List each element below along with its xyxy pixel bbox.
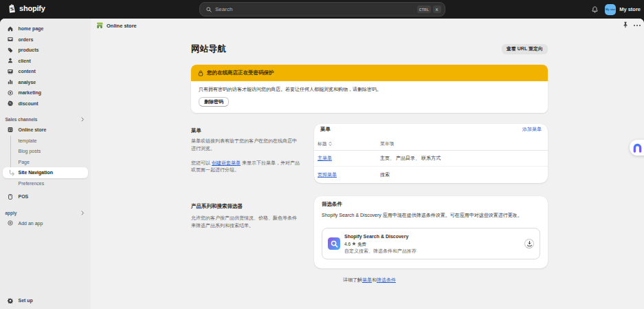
main-menu-link[interactable]: 主菜单	[318, 156, 332, 160]
content-header: Online store	[91, 19, 644, 34]
home-icon	[8, 26, 13, 32]
assistant-bubble[interactable]	[630, 140, 644, 156]
kbd-ctrl: CTRL	[417, 6, 431, 13]
install-app-button[interactable]	[524, 239, 534, 248]
plus-circle-icon	[8, 220, 13, 226]
pos-device-icon	[8, 194, 13, 200]
footer-menu-link[interactable]: 页脚菜单	[318, 172, 337, 177]
online-store-icon	[96, 22, 103, 29]
sidebar-item-online-store[interactable]: Online store	[3, 125, 88, 136]
filters-card: 筛选条件 Shopify Search & Discovery 应用中现在提供筛…	[314, 196, 548, 268]
shopify-bag-icon: S	[8, 3, 16, 13]
filters-card-heading: 筛选条件	[322, 201, 540, 208]
sidebar-item-template[interactable]: template	[3, 136, 88, 147]
notifications-bell-icon[interactable]	[592, 6, 598, 13]
menu-section-heading: 菜单	[191, 127, 301, 134]
search-discovery-app-icon	[328, 237, 340, 250]
page-column: 网站导航 查看 URL 重定向 您的在线商店正在受密码保护 只有拥有密码的访客才…	[191, 41, 548, 284]
storefront-icon	[8, 127, 13, 133]
remove-password-button[interactable]: 删除密码	[199, 97, 229, 107]
breadcrumb[interactable]: Online store	[96, 22, 137, 29]
sidebar-item-add-app[interactable]: Add an app	[3, 218, 88, 229]
app-name: Shopify Search & Discovery	[344, 233, 417, 239]
svg-text:S: S	[10, 6, 14, 12]
view-url-redirects-button[interactable]: 查看 URL 重定向	[502, 44, 548, 54]
sidebar-item-pos[interactable]: POS	[3, 191, 88, 202]
main-menu-items: 主页、 产品目录、 联系方式	[380, 155, 542, 162]
corner-arrow-icon	[10, 170, 16, 177]
filters-card-desc: Shopify Search & Discovery 应用中现在提供筛选条件设置…	[322, 212, 540, 219]
sidebar-item-blog-posts[interactable]: Blog posts	[3, 146, 88, 157]
add-menu-link[interactable]: 添加菜单	[522, 126, 542, 133]
sidebar-item-home[interactable]: home page	[3, 23, 88, 34]
banner-body: 只有拥有密码的访客才能访问您的商店。若要让任何人都能浏览和购物，请删除密码。 删…	[191, 81, 548, 113]
app-listing: Shopify Search & Discovery 4.6 免费 自定义搜索、…	[322, 228, 540, 259]
lock-icon	[198, 70, 203, 76]
app-desc: 自定义搜索、筛选条件和产品推荐	[344, 248, 417, 254]
sales-channels-header[interactable]: Sales channels	[3, 114, 88, 125]
sidebar-item-preferences[interactable]: Preferences	[3, 178, 88, 189]
learn-more-footer: 详细了解菜单和筛选条件	[191, 277, 548, 284]
menu-section-text: 菜单 菜单或链接列表有助于您的客户在您的在线商店中进行浏览。 您还可以 创建嵌套…	[191, 124, 301, 183]
banner-text: 只有拥有密码的访客才能访问您的商店。若要让任何人都能浏览和购物，请删除密码。	[199, 86, 540, 93]
sidebar-item-client[interactable]: client	[3, 56, 88, 67]
topbar-right-group: My stor My store	[592, 0, 641, 19]
banner-header: 您的在线商店正在受密码保护	[191, 65, 548, 81]
star-icon	[352, 242, 356, 246]
desc2-prefix: 您还可以	[191, 160, 212, 165]
shopify-logo[interactable]: S shopify	[8, 3, 45, 13]
column-title[interactable]: 标题	[318, 140, 327, 147]
table-row: 页脚菜单 搜索	[314, 167, 548, 182]
menu-section-desc2: 您还可以 创建嵌套菜单 来显示下拉菜单，并对产品或页面一起进行分组。	[191, 160, 301, 174]
media-icon	[8, 69, 13, 74]
sort-icon[interactable]	[329, 141, 332, 147]
at-target-icon	[8, 90, 13, 96]
menu-section-desc1: 菜单或链接列表有助于您的客户在您的在线商店中进行浏览。	[191, 138, 301, 152]
app-meta: 4.6 免费	[344, 241, 417, 247]
banner-title: 您的在线商店正在受密码保护	[207, 70, 274, 76]
table-cell-title: 页脚菜单	[318, 171, 380, 178]
sidebar-item-marketing[interactable]: marketing	[3, 87, 88, 98]
apps-header[interactable]: apply	[3, 208, 88, 218]
sortable-title-column[interactable]: 标题	[318, 140, 380, 147]
shopify-wordmark: shopify	[19, 4, 45, 12]
sidebar-item-products[interactable]: products	[3, 45, 88, 56]
sidebar-item-set-up[interactable]: Set up	[3, 295, 88, 306]
learn-filters-link[interactable]: 筛选条件	[377, 277, 396, 282]
sidebar-item-analyse[interactable]: analyse	[3, 77, 88, 88]
sidebar-item-content[interactable]: content	[3, 66, 88, 77]
create-nested-menu-link[interactable]: 创建嵌套菜单	[212, 160, 241, 165]
menu-card: 菜单 添加菜单 标题 菜单项 主菜单 主页、 产品目录、 联系方式	[314, 124, 548, 183]
menu-card-header: 菜单 添加菜单	[314, 124, 548, 133]
sidebar-item-site-navigation[interactable]: Site Navigation	[3, 167, 88, 178]
main-content: Online store 网站导航 查看 URL 重定向	[91, 19, 644, 309]
table-row: 主菜单 主页、 产品目录、 联系方式	[314, 151, 548, 167]
search-placeholder: Search	[215, 6, 417, 12]
sidebar-item-discount[interactable]: discount	[3, 98, 88, 109]
sidebar-item-page[interactable]: Page	[3, 157, 88, 168]
search-input[interactable]: Search CTRL K	[199, 2, 445, 17]
gear-icon	[8, 298, 13, 303]
chevron-right-icon	[81, 211, 85, 215]
discount-badge-icon	[8, 100, 13, 106]
app-surface: home page orders products client content…	[0, 19, 644, 309]
app-info: Shopify Search & Discovery 4.6 免费 自定义搜索、…	[344, 233, 417, 254]
learn-menus-link[interactable]: 菜单	[362, 277, 372, 282]
password-protection-banner: 您的在线商店正在受密码保护 只有拥有密码的访客才能访问您的商店。若要让任何人都能…	[191, 65, 548, 113]
person-icon	[8, 58, 13, 63]
store-name[interactable]: My store	[619, 6, 641, 12]
page-title-row: 网站导航 查看 URL 重定向	[191, 41, 548, 56]
search-icon	[206, 7, 212, 12]
store-avatar[interactable]: My stor	[605, 4, 616, 15]
menu-table-header: 标题 菜单项	[314, 137, 548, 151]
column-menu-items: 菜单项	[380, 140, 542, 147]
filters-section: 产品系列和搜索筛选器 允许您的客户按产品供货情况、价格、颜色等条件来筛选产品系列…	[191, 196, 548, 268]
sidebar-item-orders[interactable]: orders	[3, 34, 88, 45]
more-options-icon[interactable]	[633, 24, 641, 27]
bar-chart-icon	[8, 79, 13, 85]
assistant-logo-icon	[632, 142, 643, 153]
app-rating: 4.6	[344, 241, 351, 247]
app-price: 免费	[357, 241, 366, 247]
pin-icon[interactable]	[622, 21, 629, 29]
sidebar: home page orders products client content…	[0, 19, 91, 309]
